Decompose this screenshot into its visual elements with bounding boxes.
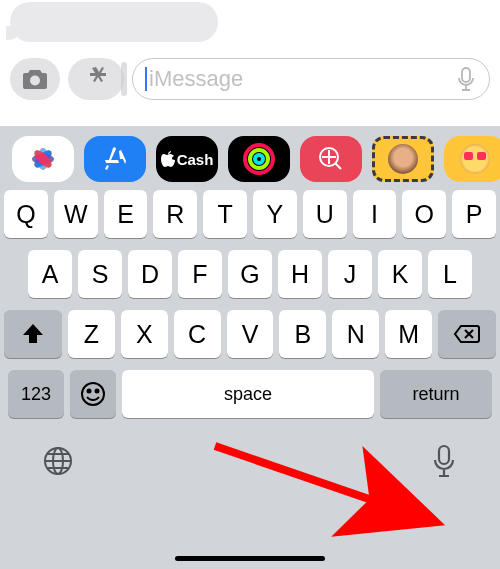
message-placeholder: iMessage — [149, 66, 455, 92]
key-f[interactable]: F — [178, 250, 222, 298]
key-v[interactable]: V — [227, 310, 274, 358]
numbers-key[interactable]: 123 — [8, 370, 64, 418]
memoji-face-icon — [388, 144, 418, 174]
key-p[interactable]: P — [452, 190, 496, 238]
emoji-hearteyes-icon — [460, 144, 490, 174]
key-s[interactable]: S — [78, 250, 122, 298]
svg-point-13 — [96, 390, 99, 393]
svg-point-11 — [82, 383, 104, 405]
cash-label: Cash — [177, 151, 214, 168]
app-memoji-stickers[interactable] — [372, 136, 434, 182]
key-z[interactable]: Z — [68, 310, 115, 358]
app-emoji-stickers[interactable] — [444, 136, 500, 182]
dictation-microphone-icon[interactable] — [430, 444, 458, 478]
emoji-key[interactable] — [70, 370, 116, 418]
app-digital-touch[interactable] — [300, 136, 362, 182]
key-h[interactable]: H — [278, 250, 322, 298]
text-cursor — [145, 67, 147, 91]
key-b[interactable]: B — [279, 310, 326, 358]
shift-icon — [21, 322, 45, 346]
photos-icon — [26, 142, 60, 176]
svg-point-12 — [88, 390, 91, 393]
app-fitness[interactable] — [228, 136, 290, 182]
key-i[interactable]: I — [353, 190, 397, 238]
app-appstore[interactable] — [84, 136, 146, 182]
incoming-message-bubble[interactable] — [10, 2, 218, 42]
appstore-a-icon — [100, 144, 130, 174]
apps-button[interactable] — [68, 58, 124, 100]
key-a[interactable]: A — [28, 250, 72, 298]
svg-point-0 — [30, 76, 40, 86]
key-x[interactable]: X — [121, 310, 168, 358]
digital-touch-icon — [316, 144, 346, 174]
app-strip: Cash — [0, 136, 500, 182]
key-e[interactable]: E — [104, 190, 148, 238]
message-input[interactable]: iMessage — [132, 58, 490, 100]
emoji-icon — [79, 380, 107, 408]
delete-key[interactable] — [438, 310, 496, 358]
home-indicator[interactable] — [175, 556, 325, 561]
appstore-icon — [82, 65, 110, 93]
key-j[interactable]: J — [328, 250, 372, 298]
camera-button[interactable] — [10, 58, 60, 100]
key-u[interactable]: U — [303, 190, 347, 238]
key-n[interactable]: N — [332, 310, 379, 358]
svg-rect-16 — [439, 446, 449, 464]
key-c[interactable]: C — [174, 310, 221, 358]
globe-icon[interactable] — [42, 445, 74, 477]
key-t[interactable]: T — [203, 190, 247, 238]
activity-rings-icon — [243, 143, 275, 175]
keyboard-area: Cash QWERTYUIOP ASDFGHJKL ZXCVBNM 123 — [0, 126, 500, 569]
microphone-icon[interactable] — [455, 66, 477, 92]
key-k[interactable]: K — [378, 250, 422, 298]
key-d[interactable]: D — [128, 250, 172, 298]
apple-logo-icon — [161, 151, 175, 167]
camera-icon — [21, 68, 49, 90]
return-key[interactable]: return — [380, 370, 492, 418]
app-photos[interactable] — [12, 136, 74, 182]
space-key[interactable]: space — [122, 370, 374, 418]
key-w[interactable]: W — [54, 190, 98, 238]
app-apple-cash[interactable]: Cash — [156, 136, 218, 182]
key-q[interactable]: Q — [4, 190, 48, 238]
key-y[interactable]: Y — [253, 190, 297, 238]
key-l[interactable]: L — [428, 250, 472, 298]
key-g[interactable]: G — [228, 250, 272, 298]
shift-key[interactable] — [4, 310, 62, 358]
backspace-icon — [453, 324, 481, 344]
key-o[interactable]: O — [402, 190, 446, 238]
svg-rect-1 — [462, 68, 470, 82]
key-m[interactable]: M — [385, 310, 432, 358]
key-r[interactable]: R — [153, 190, 197, 238]
